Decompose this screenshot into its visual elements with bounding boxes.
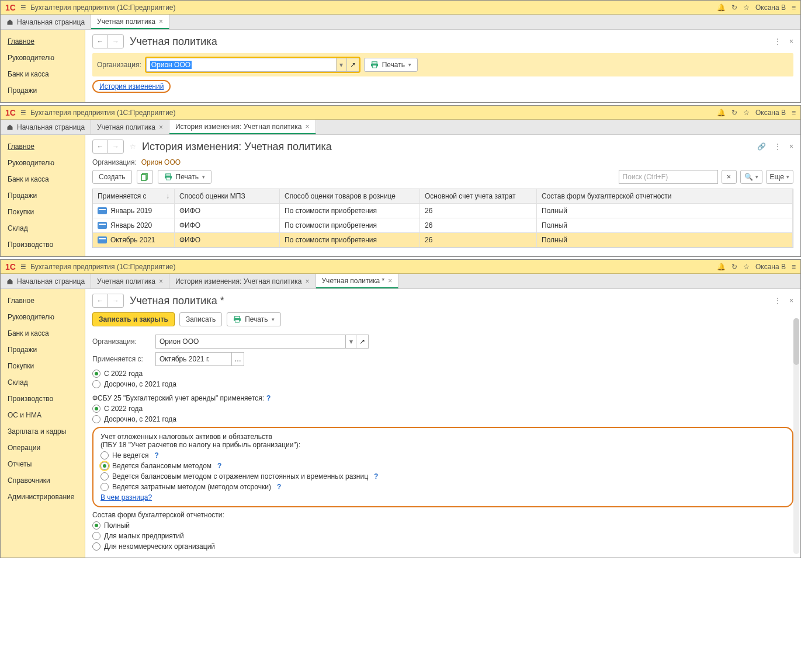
sidebar-item-manager[interactable]: Руководителю (1, 50, 85, 66)
save-button[interactable]: Записать (179, 312, 222, 326)
sidebar-item-bank[interactable]: Банк и касса (1, 66, 85, 82)
sidebar-item-hr[interactable]: Зарплата и кадры (1, 423, 85, 440)
print-button[interactable]: Печать▾ (158, 170, 211, 184)
radio-forms-small[interactable]: Для малых предприятий (92, 532, 793, 540)
hamburger-icon[interactable]: ≡ (20, 262, 26, 272)
search-clear-button[interactable]: × (722, 170, 737, 184)
nav-back-forward[interactable]: ←→ (92, 34, 124, 48)
close-form-icon[interactable]: × (789, 297, 793, 305)
radio-tax-cost[interactable]: Ведется затратным методом (методом отсро… (100, 483, 785, 491)
close-form-icon[interactable]: × (789, 142, 793, 151)
star-icon[interactable]: ☆ (743, 109, 750, 117)
radio-fsbu-2022[interactable]: С 2022 года (92, 405, 793, 413)
col-retail[interactable]: Способ оценки товаров в рознице (280, 189, 420, 203)
sidebar-item-reports[interactable]: Отчеты (1, 456, 85, 472)
sidebar-item-sales[interactable]: Продажи (1, 187, 85, 204)
radio-tax-balance-detailed[interactable]: Ведется балансовым методом с отражением … (100, 472, 785, 481)
bell-icon[interactable]: 🔔 (717, 4, 726, 12)
kebab-icon[interactable]: ⋮ (774, 142, 781, 151)
radio-from-2022[interactable]: С 2022 года (92, 370, 793, 378)
sidebar-item-production[interactable]: Производство (1, 236, 85, 253)
sidebar-item-main[interactable]: Главное (1, 138, 85, 155)
more-menu-icon[interactable]: ≡ (792, 263, 796, 271)
tab-home[interactable]: Начальная страница (1, 274, 91, 288)
sidebar-item-main[interactable]: Главное (1, 33, 85, 50)
sidebar-item-warehouse[interactable]: Склад (1, 220, 85, 236)
sidebar-item-production[interactable]: Производство (1, 391, 85, 407)
search-button[interactable]: 🔍 ▾ (740, 170, 762, 184)
tab-history[interactable]: История изменения: Учетная политика× (169, 120, 316, 134)
help-icon[interactable]: ? (154, 451, 158, 459)
bell-icon[interactable]: 🔔 (717, 109, 726, 117)
history-icon[interactable]: ↻ (731, 263, 737, 271)
link-icon[interactable]: 🔗 (757, 142, 766, 151)
from-input-group[interactable]: Октябрь 2021 г. … (155, 352, 244, 366)
user-name[interactable]: Оксана В (755, 109, 786, 117)
kebab-icon[interactable]: ⋮ (774, 297, 781, 305)
open-ref-icon[interactable]: ↗ (356, 335, 369, 349)
user-name[interactable]: Оксана В (755, 4, 786, 12)
sidebar-item-sales[interactable]: Продажи (1, 82, 85, 99)
more-menu-icon[interactable]: ≡ (792, 109, 796, 117)
help-icon[interactable]: ? (277, 483, 281, 491)
history-icon[interactable]: ↻ (731, 109, 737, 117)
tab-accounting-policy-dirty[interactable]: Учетная политика *× (316, 274, 399, 288)
difference-link[interactable]: В чем разница? (100, 493, 152, 502)
back-icon[interactable]: ← (93, 294, 108, 307)
org-input[interactable]: Орион ООО (146, 58, 336, 72)
sidebar-item-purchases[interactable]: Покупки (1, 358, 85, 374)
radio-tax-none[interactable]: Не ведется? (100, 451, 785, 459)
print-button[interactable]: Печать▾ (364, 58, 418, 72)
tab-history[interactable]: История изменения: Учетная политика× (169, 274, 316, 288)
tab-accounting-policy[interactable]: Учетная политика× (91, 15, 169, 29)
back-icon[interactable]: ← (93, 35, 108, 48)
close-icon[interactable]: × (159, 123, 163, 131)
org-input-group[interactable]: Орион ООО ▾ ↗ (155, 335, 369, 349)
from-input[interactable]: Октябрь 2021 г. (155, 352, 231, 366)
sidebar-item-admin[interactable]: Администрирование (1, 489, 85, 505)
close-form-icon[interactable]: × (789, 37, 793, 46)
print-button[interactable]: Печать▾ (227, 312, 280, 326)
col-forms[interactable]: Состав форм бухгалтерской отчетности (537, 189, 793, 203)
close-icon[interactable]: × (388, 277, 392, 285)
table-row[interactable]: Январь 2020 ФИФО По стоимости приобретен… (93, 218, 793, 233)
tab-accounting-policy[interactable]: Учетная политика× (91, 120, 169, 134)
col-mpz[interactable]: Способ оценки МПЗ (175, 189, 280, 203)
radio-tax-balance[interactable]: Ведется балансовым методом? (100, 462, 785, 470)
star-icon[interactable]: ☆ (743, 4, 750, 12)
org-input-group[interactable]: Орион ООО ▾ ↗ (146, 58, 359, 72)
hamburger-icon[interactable]: ≡ (20, 107, 26, 118)
help-icon[interactable]: ? (217, 462, 221, 470)
sidebar-item-purchases[interactable]: Покупки (1, 204, 85, 220)
sidebar-item-bank[interactable]: Банк и касса (1, 171, 85, 187)
dropdown-icon[interactable]: ▾ (336, 58, 346, 72)
more-menu-icon[interactable]: ≡ (792, 4, 796, 12)
history-changes-link[interactable]: История изменений (99, 82, 164, 90)
nav-back-forward[interactable]: ←→ (92, 294, 124, 308)
star-icon[interactable]: ☆ (743, 263, 750, 271)
history-icon[interactable]: ↻ (731, 4, 737, 12)
tab-accounting-policy[interactable]: Учетная политика× (91, 274, 169, 288)
search-input[interactable]: Поиск (Ctrl+F) (619, 170, 718, 184)
hamburger-icon[interactable]: ≡ (20, 2, 26, 13)
close-icon[interactable]: × (305, 277, 309, 285)
kebab-icon[interactable]: ⋮ (774, 37, 781, 46)
radio-forms-full[interactable]: Полный (92, 521, 793, 530)
col-account[interactable]: Основной счет учета затрат (420, 189, 537, 203)
close-icon[interactable]: × (159, 277, 163, 285)
close-icon[interactable]: × (305, 123, 309, 131)
sidebar-item-warehouse[interactable]: Склад (1, 374, 85, 391)
tab-home[interactable]: Начальная страница (1, 15, 91, 29)
col-applies-from[interactable]: Применяется с↓ (93, 189, 175, 203)
copy-button[interactable] (137, 170, 153, 184)
save-and-close-button[interactable]: Записать и закрыть (92, 312, 175, 326)
open-ref-icon[interactable]: ↗ (346, 58, 359, 72)
nav-back-forward[interactable]: ←→ (92, 140, 124, 154)
org-input[interactable]: Орион ООО (155, 335, 345, 349)
back-icon[interactable]: ← (93, 140, 108, 153)
sidebar-item-bank[interactable]: Банк и касса (1, 325, 85, 342)
sidebar-item-sales[interactable]: Продажи (1, 342, 85, 358)
more-button[interactable]: Еще ▾ (766, 170, 793, 184)
dropdown-icon[interactable]: ▾ (345, 335, 356, 349)
create-button[interactable]: Создать (92, 170, 132, 184)
